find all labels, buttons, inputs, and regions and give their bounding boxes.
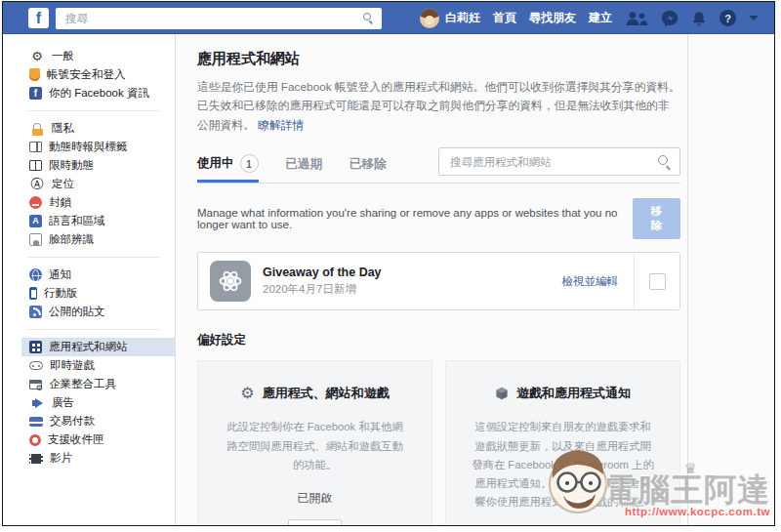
sidebar-item-notifications[interactable]: 通知 [21,266,175,284]
app-checkbox-cell [634,253,679,309]
nav-find-friends-link[interactable]: 尋找朋友 [529,10,576,26]
sidebar-item-language-region[interactable]: 語言和區域 [21,212,175,230]
gear-icon: ⚙ [240,386,254,401]
sidebar-item-timeline-tagging[interactable]: 動態時報與標籤 [21,138,175,156]
sidebar-item-label: 廣告 [52,395,74,410]
navbar-right: 白莉妊 首頁 尋找朋友 建立 ? [420,9,759,28]
sidebar-item-public-posts[interactable]: 公開的貼文 [21,303,175,321]
facebook-logo-icon[interactable]: f [28,8,49,28]
facebook-square-icon [29,87,42,100]
sidebar-item-location[interactable]: 定位 [21,175,175,193]
sidebar-item-privacy[interactable]: 隱私 [21,119,175,138]
app-select-checkbox[interactable] [649,273,666,290]
sidebar-item-label: 交易付款 [50,414,95,429]
view-and-edit-link[interactable]: 檢視並編輯 [562,274,619,289]
sidebar-item-your-facebook-info[interactable]: 你的 Facebook 資訊 [21,84,175,102]
timeline-icon [29,142,42,152]
sidebar-item-label: 隱私 [52,121,74,136]
language-icon [29,215,42,227]
sidebar-item-label: 封鎖 [49,195,71,210]
global-search-box[interactable] [56,8,382,29]
remove-button[interactable]: 移除 [633,198,680,239]
app-list-item: Giveaway of the Day 2020年4月7日新增 檢視並編輯 [197,252,680,310]
sidebar-item-general[interactable]: 一般 [21,47,175,65]
sidebar-item-label: 定位 [52,177,74,191]
apps-tabs-row: 使用中 1 已過期 已移除 [197,147,680,184]
settings-sidebar: 一般 帳號安全和登入 你的 Facebook 資訊 隱私 動態時報與標籤 限 [3,34,176,525]
nav-create-link[interactable]: 建立 [589,10,612,26]
gears-icon [29,49,45,63]
sidebar-item-apps-websites[interactable]: 應用程式和網站 [21,338,175,356]
sidebar-item-label: 語言和區域 [49,214,105,228]
sidebar-item-blocking[interactable]: 封鎖 [21,193,175,212]
learn-more-link[interactable]: 瞭解詳情 [258,118,304,132]
search-icon[interactable] [363,13,374,23]
card-apps-websites-games: ⚙ 應用程式、網站和遊戲 此設定控制你在 Facebook 和其他網路空間與應用… [197,360,432,525]
sidebar-divider [27,257,159,258]
app-info: Giveaway of the Day 2020年4月7日新增 [198,253,562,309]
sidebar-divider [27,110,159,111]
sidebar-item-mobile[interactable]: 行動版 [21,284,175,303]
lock-icon [29,121,45,136]
card-header: 遊戲和應用程式通知 [470,385,656,402]
global-search-input[interactable] [63,12,363,25]
page-content: 一般 帳號安全和登入 你的 Facebook 資訊 隱私 動態時報與標籤 限 [3,34,774,525]
profile-link[interactable]: 白莉妊 [420,9,480,28]
circle-a-icon [29,177,45,191]
apps-search-box[interactable] [438,147,680,176]
card-description: 此設定控制你在 Facebook 和其他網路空間與應用程式、網站和遊戲互動的功能… [222,418,408,474]
search-icon[interactable] [658,155,671,168]
sidebar-item-face-recognition[interactable]: 臉部辨識 [21,230,175,249]
notifications-bell-icon[interactable] [691,11,707,26]
sidebar-item-videos[interactable]: 影片 [21,449,175,468]
tab-label: 已過期 [286,156,323,173]
apps-grid-icon [29,341,42,353]
sidebar-item-label: 影片 [50,451,72,466]
megaphone-icon [29,395,45,410]
edit-apps-websites-button[interactable]: 編輯 [288,519,342,525]
top-navbar: f 白莉妊 首頁 尋找朋友 建立 [3,2,774,34]
apps-search-input[interactable] [448,155,658,169]
profile-avatar[interactable] [420,9,439,28]
film-icon [29,454,43,464]
sidebar-item-security-login[interactable]: 帳號安全和登入 [21,65,175,84]
card-description: 這個設定控制來自朋友的遊戲要求和遊戲狀態更新，以及來自應用程式開發商在 Face… [470,418,656,512]
tab-removed-apps[interactable]: 已移除 [349,156,387,183]
sidebar-item-label: 一般 [52,49,74,63]
help-icon[interactable]: ? [719,10,736,26]
browser-gear-icon [29,380,42,389]
profile-name[interactable]: 白莉妊 [445,10,480,26]
sidebar-item-stories[interactable]: 限時動態 [21,156,175,175]
sidebar-item-label: 通知 [49,267,71,282]
tab-active-apps[interactable]: 使用中 1 [197,154,259,183]
book-icon [29,160,42,171]
sidebar-item-label: 你的 Facebook 資訊 [49,86,149,101]
messenger-icon[interactable] [661,10,678,27]
active-count-badge: 1 [240,154,259,173]
sidebar-item-payments[interactable]: 交易付款 [21,412,175,430]
sidebar-item-instant-games[interactable]: 即時遊戲 [21,356,175,375]
sidebar-item-label: 帳號安全和登入 [47,67,126,82]
tab-expired-apps[interactable]: 已過期 [286,156,323,183]
sidebar-item-ads[interactable]: 廣告 [21,393,175,412]
card-title: 應用程式、網站和遊戲 [263,385,390,402]
sidebar-item-label: 即時遊戲 [50,358,95,373]
preferences-title: 偏好設定 [197,332,680,348]
main-panel: 應用程式和網站 這些是你已使用 Facebook 帳號登入的應用程式和網站。他們… [176,34,774,525]
card-status: 已開啟 [222,490,408,507]
tab-label: 使用中 [197,155,234,172]
page-title: 應用程式和網站 [197,50,680,68]
tab-label: 已移除 [349,156,387,173]
sidebar-item-support-inbox[interactable]: 支援收件匣 [21,430,175,449]
sidebar-item-label: 應用程式和網站 [49,340,128,354]
sidebar-divider [27,329,159,330]
sidebar-item-business-integrations[interactable]: 企業整合工具 [21,375,175,393]
nav-home-link[interactable]: 首頁 [493,10,516,26]
account-menu-caret-icon[interactable] [749,16,759,20]
card-title: 遊戲和應用程式通知 [516,385,631,402]
manage-row: Manage what information you're sharing o… [197,198,680,239]
game-controller-icon [29,361,43,370]
sidebar-item-label: 動態時報與標籤 [49,140,128,154]
sidebar-item-label: 企業整合工具 [49,377,116,391]
friend-requests-icon[interactable] [625,11,648,26]
